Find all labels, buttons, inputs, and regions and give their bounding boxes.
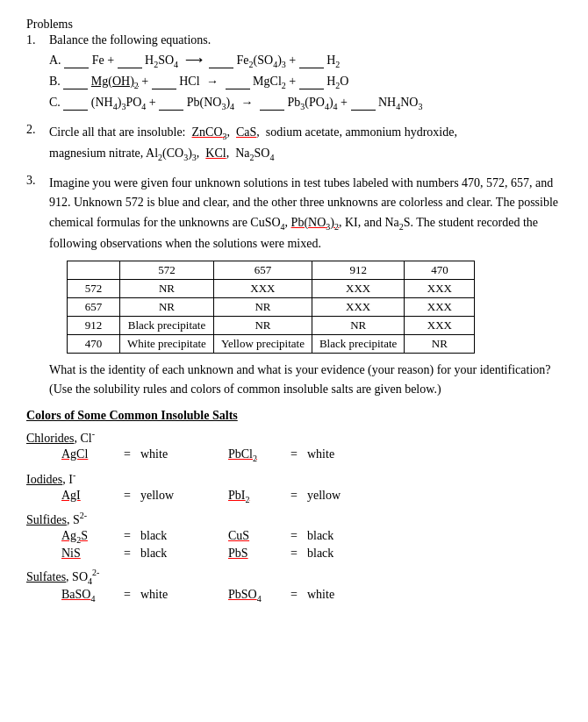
- blank-a4[interactable]: [299, 54, 324, 68]
- row-912: 912: [68, 316, 120, 334]
- pbcl2-eq: =: [281, 447, 307, 461]
- arrow-b: →: [206, 75, 219, 89]
- cell-470-657: Yellow precipitate: [213, 334, 312, 353]
- table-row: 657 NR NR XXX XXX: [68, 297, 475, 316]
- sulfides-row-1: Ag2S = black CuS = black: [26, 529, 562, 545]
- problem-1-instruction: Balance the following equations.: [49, 33, 562, 47]
- pbcl2-name: PbCl2: [228, 447, 281, 463]
- problem-3-question: What is the identity of each unknown and…: [49, 361, 562, 400]
- cell-912-912: NR: [312, 316, 404, 334]
- problem-3-number: 3.: [26, 174, 44, 400]
- problem-1: 1. Balance the following equations. A. F…: [26, 33, 562, 114]
- agi-name: AgI: [61, 489, 114, 503]
- cell-empty: [68, 261, 120, 279]
- eq-a-label: A.: [49, 54, 61, 67]
- chlorides-row-1: AgCl = white PbCl2 = white: [26, 447, 562, 463]
- cell-657-470: XXX: [405, 297, 475, 316]
- problems-title: Problems: [26, 18, 562, 32]
- problem-1-number: 1.: [26, 33, 44, 114]
- nis-color: black: [140, 547, 228, 561]
- cell-912-572: Black precipitate: [120, 316, 214, 334]
- blank-c2[interactable]: [159, 96, 183, 111]
- kcl: KCl: [205, 147, 226, 160]
- problem-1-content: Balance the following equations. A. Fe +…: [49, 33, 562, 114]
- cus-name: CuS: [228, 529, 281, 543]
- agcl-eq: =: [114, 447, 140, 461]
- sulfates-label: Sulfates, SO42-: [26, 570, 99, 583]
- col-912: 912: [312, 261, 404, 279]
- iodides-label: Iodides, I-: [26, 473, 75, 486]
- category-iodides: Iodides, I- AgI = yellow PbI2 = yellow: [26, 470, 562, 504]
- table-row: 470 White precipitate Yellow precipitate…: [68, 334, 475, 353]
- blank-c1[interactable]: [63, 96, 88, 111]
- blank-a2[interactable]: [118, 54, 142, 68]
- pbso4-eq: =: [281, 588, 307, 602]
- pbs-name: PbS: [228, 547, 281, 561]
- pbso4-color: white: [307, 588, 334, 602]
- cell-572-657: XXX: [213, 279, 312, 297]
- col-470: 470: [405, 261, 475, 279]
- cell-470-470: NR: [405, 334, 475, 353]
- equation-C: C. (NH4)3PO4 + Pb(NO3)4 → Pb3(PO4)4 + NH…: [49, 96, 562, 111]
- arrow-c: →: [241, 96, 254, 110]
- eq-b-label: B.: [49, 75, 61, 88]
- problem-2-number: 2.: [26, 123, 44, 165]
- cell-572-912: XXX: [312, 279, 404, 297]
- category-sulfates: Sulfates, SO42- BaSO4 = white PbSO4 = wh…: [26, 568, 562, 603]
- cell-657-572: NR: [120, 297, 214, 316]
- ag2s-eq: =: [114, 529, 140, 543]
- category-chlorides: Chlorides, Cl- AgCl = white PbCl2 = whit…: [26, 430, 562, 463]
- blank-b2[interactable]: [152, 75, 176, 89]
- pbi2-color: yellow: [307, 489, 341, 503]
- pbno3-2: Pb(NO3)2: [291, 216, 339, 229]
- table-header-row: 572 657 912 470: [68, 261, 475, 279]
- agi-color: yellow: [140, 489, 228, 503]
- znco3: ZnCO3: [192, 125, 227, 139]
- agi-eq: =: [114, 489, 140, 503]
- table-row: 572 NR XXX XXX XXX: [68, 279, 475, 297]
- baso4-color: white: [140, 588, 228, 602]
- row-572: 572: [68, 279, 120, 297]
- blank-c4[interactable]: [351, 96, 376, 111]
- cell-470-912: Black precipitate: [312, 334, 404, 353]
- colors-section: Colors of Some Common Insoluble Salts Ch…: [26, 409, 562, 604]
- nis-name: NiS: [61, 547, 114, 561]
- sulfates-text: Sulfates: [26, 570, 66, 583]
- pbi2-name: PbI2: [228, 489, 281, 504]
- cell-470-572: White precipitate: [120, 334, 214, 353]
- blank-c3[interactable]: [260, 96, 284, 111]
- equation-A: A. Fe + H2SO4 ⟶ Fe2(SO4)3 + H2: [49, 53, 562, 69]
- baso4-name: BaSO4: [61, 588, 114, 604]
- problem-2: 2. Circle all that are insoluble: ZnCO3,…: [26, 123, 562, 165]
- blank-a1[interactable]: [64, 54, 89, 68]
- chlorides-text: Chlorides: [26, 432, 74, 445]
- pbcl2-color: white: [307, 447, 334, 461]
- pbs-color: black: [307, 547, 333, 561]
- row-657: 657: [68, 297, 120, 316]
- pbi2-eq: =: [281, 489, 307, 503]
- blank-a3[interactable]: [209, 54, 233, 68]
- blank-b1[interactable]: [63, 75, 88, 89]
- equation-B: B. Mg(OH)2 + HCl → MgCl2 + H2O: [49, 75, 562, 90]
- pbso4-name: PbSO4: [228, 588, 281, 604]
- iodides-text: Iodides: [26, 473, 62, 486]
- sulfides-label: Sulfides, S2-: [26, 513, 87, 526]
- nis-eq: =: [114, 547, 140, 561]
- agcl-color: white: [140, 447, 228, 461]
- cell-572-470: XXX: [405, 279, 475, 297]
- table-row: 912 Black precipitate NR NR XXX: [68, 316, 475, 334]
- ag2s-color: black: [140, 529, 228, 543]
- colors-title: Colors of Some Common Insoluble Salts: [26, 409, 562, 423]
- pbs-eq: =: [281, 547, 307, 561]
- sulfates-row-1: BaSO4 = white PbSO4 = white: [26, 588, 562, 604]
- agcl-name: AgCl: [61, 447, 114, 461]
- chlorides-label: Chlorides, Cl-: [26, 432, 95, 445]
- cus-color: black: [307, 529, 333, 543]
- mgoh2: Mg(OH)2: [91, 75, 139, 88]
- sulfides-row-2: NiS = black PbS = black: [26, 547, 562, 561]
- baso4-eq: =: [114, 588, 140, 602]
- blank-b4[interactable]: [299, 75, 324, 89]
- blank-b3[interactable]: [226, 75, 250, 89]
- iodides-row-1: AgI = yellow PbI2 = yellow: [26, 489, 562, 504]
- eq-c-label: C.: [49, 96, 61, 109]
